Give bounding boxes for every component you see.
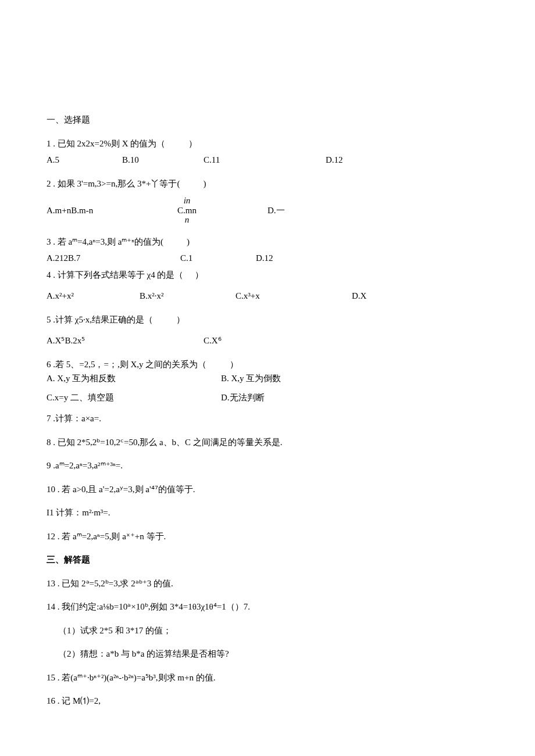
- question-5: 5 .计算 χ5·x,结果正确的是（） A.X⁵B.2x⁵ C.X⁶: [47, 313, 488, 347]
- q5-stem-prefix: 5 .计算 χ5·x,结果正确的是（: [47, 315, 153, 324]
- q6-stem-prefix: 6 .若 5、=2,5，=；,则 X,y 之间的关系为（: [47, 360, 206, 369]
- q2-optc-text: mn: [186, 206, 197, 215]
- question-9: 9 .aᵐ=2,aⁿ=3,a²ᵐ⁺³ⁿ=.: [47, 459, 488, 472]
- q1-opt-a: A.5: [47, 153, 122, 167]
- q4-opt-d: D.X: [352, 289, 366, 303]
- q4-opt-a: A.x²+x²: [47, 289, 140, 303]
- q3-opt-ab: A.212B.7: [47, 252, 180, 265]
- section-3-title: 三、解答题: [47, 553, 488, 567]
- question-16: 16 . 记 M⑴=2,: [47, 694, 488, 708]
- q2-opt-d: D.一: [268, 204, 285, 217]
- q5-stem-suffix: ）: [176, 315, 185, 324]
- q2-stem-suffix: ): [203, 179, 206, 188]
- q3-opt-c: C.1: [180, 252, 256, 265]
- q4-stem-prefix: 4 . 计算下列各式结果等于 χ4 的是（: [47, 270, 183, 280]
- q1-stem-prefix: 1 . 已知 2x2x=2%则 X 的值为（: [47, 139, 165, 148]
- q5-opt-ab: A.X⁵B.2x⁵: [47, 334, 204, 347]
- q2-stem-prefix: 2 . 如果 3'=m,3>=n,那么 3*+丫等于(: [47, 179, 180, 188]
- q3-opt-d: D.12: [256, 252, 273, 265]
- q14-sub1: （1）试求 2*5 和 3*17 的值；: [47, 624, 488, 637]
- question-3: 3 . 若 aᵐ=4,aⁿ=3,则 aᵐ⁺ⁿ的值为() A.212B.7 C.1…: [47, 235, 488, 265]
- q6-opt-b: B. X,y 互为倒数: [221, 372, 281, 385]
- q6-opt-c: C.x=y: [47, 393, 70, 402]
- question-8: 8 . 已知 2*5,2ᵇ=10,2ᶜ=50,那么 a、b、C 之间满足的等量关…: [47, 436, 488, 449]
- q6-stem-suffix: ）: [230, 360, 238, 369]
- question-1: 1 . 已知 2x2x=2%则 X 的值为（） A.5 B.10 C.11 D.…: [47, 137, 488, 167]
- q6-opt-d: D.无法判断: [221, 391, 265, 404]
- q6-opt-a: A. X,y 互为相反数: [47, 372, 221, 385]
- question-12: 12 . 若 aᵐ=2,aⁿ=5,则 aˣ⁺+n 等于.: [47, 530, 488, 543]
- q14-stem: 14 . 我们约定:a⅛b=10ᵃ×10ᵇ,例如 3*4=1θ3χ1θ⁴=1（）…: [47, 600, 488, 614]
- q14-sub2: （2）猜想：a*b 与 b*a 的运算结果是否相等?: [47, 647, 488, 661]
- q4-opt-b: B.x²·x²: [140, 289, 236, 303]
- q2-frac-num: in: [177, 196, 197, 206]
- q2-fraction: in C. C.mn n: [177, 196, 197, 225]
- q4-stem-suffix: ）: [195, 270, 204, 280]
- q1-opt-b: B.10: [122, 153, 204, 167]
- question-14: 14 . 我们约定:a⅛b=10ᵃ×10ᵇ,例如 3*4=1θ3χ1θ⁴=1（）…: [47, 600, 488, 661]
- q1-opt-c: C.11: [204, 153, 326, 167]
- q3-stem-suffix: ): [187, 237, 190, 246]
- question-6: 6 .若 5、=2,5，=；,则 X,y 之间的关系为（） A. X,y 互为相…: [47, 358, 488, 404]
- q2-opt-c: in C. C.mn n: [177, 196, 268, 225]
- q5-opt-c: C.X⁶: [204, 334, 222, 347]
- question-11: I1 计算：m²·m³=.: [47, 506, 488, 519]
- q4-opt-c: C.x³+x: [236, 289, 352, 303]
- q3-stem-prefix: 3 . 若 aᵐ=4,aⁿ=3,则 aᵐ⁺ⁿ的值为(: [47, 237, 163, 246]
- document-page: 一、选择题 1 . 已知 2x2x=2%则 X 的值为（） A.5 B.10 C…: [0, 0, 535, 756]
- section-1-title: 一、选择题: [47, 113, 488, 127]
- question-4: 4 . 计算下列各式结果等于 χ4 的是（） A.x²+x² B.x²·x² C…: [47, 268, 488, 303]
- question-7: 7 .计算：a×a=.: [47, 412, 488, 425]
- question-10: 10 . 若 a>0,且 a'=2,aʸ=3,则 a'⁴⁷的值等于.: [47, 483, 488, 496]
- q2-opt-ab: A.m+nB.m-n: [47, 204, 177, 217]
- q2-frac-den: n: [177, 215, 197, 225]
- section-2-title: 二、填空题: [70, 393, 114, 402]
- q1-opt-d: D.12: [326, 153, 343, 167]
- q1-stem-suffix: ）: [188, 139, 197, 148]
- question-15: 15 . 若(aᵐ⁺·bⁿ⁺²)(a²ⁿ-·b²ⁿ)=a⁵b³,则求 m+n 的…: [47, 671, 488, 685]
- question-13: 13 . 已知 2ᵃ=5,2ᵇ=3,求 2ᵃᵇ⁺3 的值.: [47, 577, 488, 590]
- q6-opt-c-and-section2: C.x=y 二、填空题: [47, 391, 221, 404]
- question-2: 2 . 如果 3'=m,3>=n,那么 3*+丫等于() A.m+nB.m-n …: [47, 177, 488, 225]
